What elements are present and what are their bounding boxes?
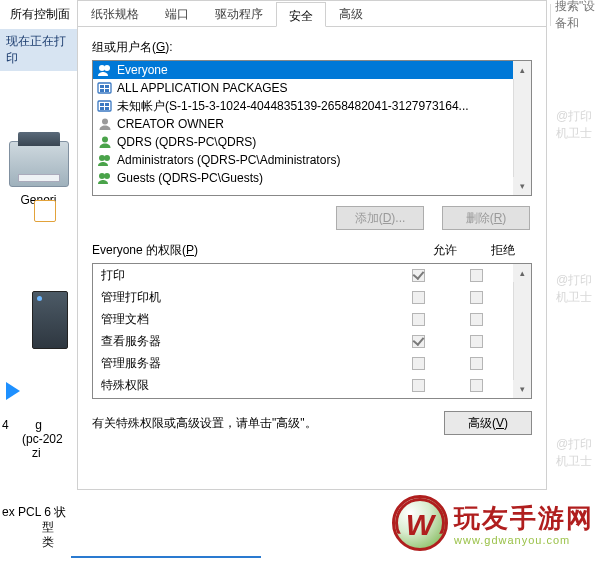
permissions-listbox[interactable]: 打印管理打印机管理文档查看服务器管理服务器特殊权限 ▴ ▾ [92, 263, 532, 399]
tab-advanced[interactable]: 高级 [326, 1, 376, 26]
row2-a: 4 [2, 418, 9, 432]
row2-c: (pc-202 [22, 432, 63, 446]
user-green-icon [97, 135, 113, 149]
permission-name: 打印 [101, 267, 389, 284]
permission-row: 管理服务器 [93, 352, 513, 374]
row2-b: g [35, 418, 42, 432]
svg-rect-11 [105, 107, 109, 110]
svg-point-15 [104, 155, 110, 161]
group-green-icon [97, 171, 113, 185]
svg-rect-6 [105, 89, 109, 92]
group-row[interactable]: 未知帐户(S-1-15-3-1024-4044835139-2658482041… [93, 97, 531, 115]
listbox-scrollbar[interactable]: ▴ ▾ [513, 61, 531, 195]
groups-listbox[interactable]: EveryoneALL APPLICATION PACKAGES未知帐户(S-1… [92, 60, 532, 196]
group-name: QDRS (QDRS-PC\QDRS) [117, 135, 256, 149]
user-gray-icon [97, 117, 113, 131]
group-name: CREATOR OWNER [117, 117, 224, 131]
add-button[interactable]: 添加(D)... [336, 206, 424, 230]
allow-checkbox[interactable] [412, 379, 425, 392]
scroll-up-icon[interactable]: ▴ [513, 264, 531, 282]
brand-logo: W 玩友手游网 www.gdwanyou.com [392, 495, 594, 551]
scroll-down-icon[interactable]: ▾ [513, 177, 531, 195]
deny-checkbox[interactable] [470, 379, 483, 392]
svg-rect-9 [105, 103, 109, 106]
properties-dialog: 纸张规格 端口 驱动程序 安全 高级 组或用户名(G): EveryoneALL… [77, 0, 547, 490]
tab-strip: 纸张规格 端口 驱动程序 安全 高级 [78, 1, 546, 27]
arrow-right-icon [6, 382, 20, 400]
group-row[interactable]: Everyone [93, 61, 531, 79]
tab-driver[interactable]: 驱动程序 [202, 1, 276, 26]
footer-hint: 有关特殊权限或高级设置，请单击"高级"。 [92, 415, 444, 432]
printer-icon[interactable] [9, 141, 69, 187]
group-name: ALL APPLICATION PACKAGES [117, 81, 288, 95]
svg-rect-3 [100, 85, 104, 88]
deny-header: 拒绝 [474, 242, 532, 259]
allow-header: 允许 [416, 242, 474, 259]
permissions-for-label: Everyone 的权限(P) [92, 242, 416, 259]
group-row[interactable]: ALL APPLICATION PACKAGES [93, 79, 531, 97]
advanced-button[interactable]: 高级(V) [444, 411, 532, 435]
group-row[interactable]: QDRS (QDRS-PC\QDRS) [93, 133, 531, 151]
group-name: 未知帐户(S-1-15-3-1024-4044835139-2658482041… [117, 98, 469, 115]
tab-ports[interactable]: 端口 [152, 1, 202, 26]
group-name: Everyone [117, 63, 168, 77]
search-placeholder: 搜索"设备和 [555, 0, 600, 32]
allow-checkbox[interactable] [412, 335, 425, 348]
search-box[interactable]: 搜索"设备和 [550, 4, 600, 26]
group-row[interactable]: Administrators (QDRS-PC\Administrators) [93, 151, 531, 169]
brand-en: www.gdwanyou.com [454, 534, 570, 546]
group-blue-icon [97, 63, 113, 77]
deny-checkbox[interactable] [470, 357, 483, 370]
app-pkg-icon [97, 99, 113, 113]
permission-name: 管理服务器 [101, 355, 389, 372]
permission-name: 查看服务器 [101, 333, 389, 350]
allow-checkbox[interactable] [412, 291, 425, 304]
perm-scrollbar[interactable]: ▴ ▾ [513, 264, 531, 398]
deny-checkbox[interactable] [470, 313, 483, 326]
now-printing-item[interactable]: 现在正在打印 [0, 29, 77, 71]
permission-row: 管理文档 [93, 308, 513, 330]
group-row[interactable]: Guests (QDRS-PC\Guests) [93, 169, 531, 187]
control-panel-sidebar: 所有控制面 现在正在打印 GeneriO 4 g (pc-202 zi [0, 0, 77, 563]
permission-row: 管理打印机 [93, 286, 513, 308]
remove-button[interactable]: 删除(R) [442, 206, 530, 230]
permission-name: 特殊权限 [101, 377, 389, 394]
svg-point-12 [102, 119, 108, 125]
printer-badge-icon [34, 200, 56, 222]
svg-rect-10 [100, 107, 104, 110]
permission-row: 打印 [93, 264, 513, 286]
group-name: Guests (QDRS-PC\Guests) [117, 171, 263, 185]
deny-checkbox[interactable] [470, 269, 483, 282]
brand-cn: 玩友手游网 [454, 501, 594, 536]
allow-checkbox[interactable] [412, 269, 425, 282]
svg-rect-4 [105, 85, 109, 88]
svg-point-17 [104, 173, 110, 179]
group-green-icon [97, 153, 113, 167]
tab-security[interactable]: 安全 [276, 2, 326, 27]
selection-bar [71, 556, 261, 558]
allow-checkbox[interactable] [412, 357, 425, 370]
group-row[interactable]: CREATOR OWNER [93, 115, 531, 133]
all-control-panels-label: 所有控制面 [0, 0, 77, 23]
scroll-down-icon[interactable]: ▾ [513, 380, 531, 398]
svg-point-1 [104, 65, 110, 71]
svg-rect-7 [98, 101, 111, 111]
tab-paper[interactable]: 纸张规格 [78, 1, 152, 26]
groups-label: 组或用户名(G): [92, 39, 532, 56]
scroll-up-icon[interactable]: ▴ [513, 61, 531, 79]
svg-rect-5 [100, 89, 104, 92]
permission-name: 管理文档 [101, 311, 389, 328]
allow-checkbox[interactable] [412, 313, 425, 326]
group-name: Administrators (QDRS-PC\Administrators) [117, 153, 340, 167]
permission-row: 特殊权限 [93, 374, 513, 396]
pc-tower-icon[interactable] [32, 291, 68, 349]
app-pkg-icon [97, 81, 113, 95]
permission-name: 管理打印机 [101, 289, 389, 306]
deny-checkbox[interactable] [470, 335, 483, 348]
deny-checkbox[interactable] [470, 291, 483, 304]
svg-point-13 [102, 137, 108, 143]
svg-rect-2 [98, 83, 111, 93]
svg-rect-8 [100, 103, 104, 106]
permission-row: 查看服务器 [93, 330, 513, 352]
row2-d: zi [32, 446, 41, 460]
